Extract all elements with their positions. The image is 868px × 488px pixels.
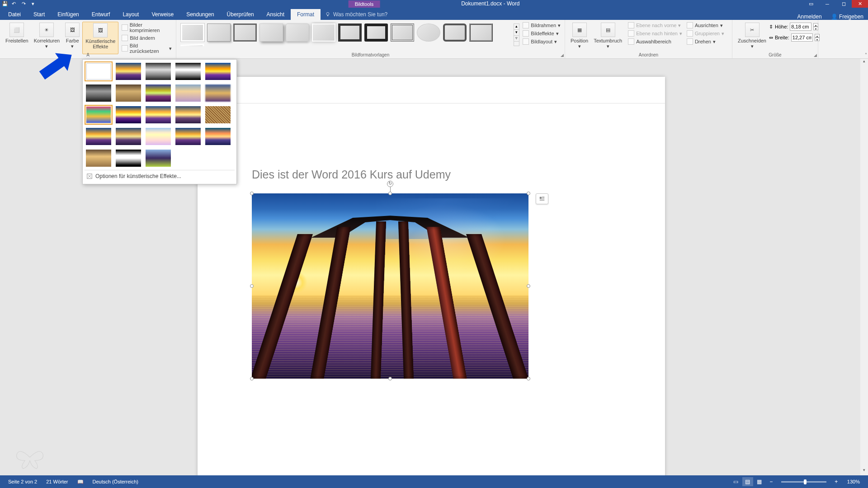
document-page[interactable]: Dies ist der Word 2016 Kurs auf Udemy: [198, 77, 665, 475]
zoom-level[interactable]: 130%: [843, 479, 864, 484]
layout-options-button[interactable]: [536, 193, 548, 204]
width-down-icon[interactable]: ▾: [815, 38, 820, 41]
height-input[interactable]: [790, 23, 811, 31]
read-mode-icon[interactable]: ▭: [731, 477, 741, 486]
effect-2[interactable]: [114, 61, 142, 81]
picture-style-13[interactable]: [180, 44, 204, 46]
language-indicator[interactable]: Deutsch (Österreich): [88, 479, 143, 484]
qat-customize-icon[interactable]: ▾: [32, 1, 38, 7]
resize-handle-mr[interactable]: [527, 284, 530, 288]
tab-datei[interactable]: Datei: [2, 9, 27, 20]
tab-verweise[interactable]: Verweise: [145, 9, 180, 20]
resize-handle-tl[interactable]: [250, 192, 254, 195]
tab-layout[interactable]: Layout: [116, 9, 145, 20]
zoom-out-icon[interactable]: −: [766, 477, 777, 486]
resize-handle-tm[interactable]: [388, 192, 392, 195]
tab-sendungen[interactable]: Sendungen: [180, 9, 220, 20]
height-down-icon[interactable]: ▾: [813, 27, 818, 30]
print-layout-icon[interactable]: ▤: [742, 477, 753, 486]
effect-11[interactable]: [85, 105, 113, 125]
effect-13[interactable]: [144, 105, 172, 125]
freigeben-link[interactable]: 👤 Freigeben: [831, 14, 863, 20]
tab-start[interactable]: Start: [27, 9, 51, 20]
effect-7[interactable]: [114, 83, 142, 103]
artistic-effects-options[interactable]: Optionen für künstlerische Effekte...: [85, 170, 235, 182]
bildeffekte-button[interactable]: Bildeffekte ▾: [521, 30, 562, 37]
spellcheck-icon[interactable]: 📖: [73, 479, 88, 485]
effect-17[interactable]: [114, 127, 142, 146]
tab-einfugen[interactable]: Einfügen: [51, 9, 85, 20]
anmelden-link[interactable]: Anmelden: [797, 14, 822, 20]
bildformat-launcher-icon[interactable]: ◢: [561, 53, 564, 57]
zoom-in-icon[interactable]: +: [831, 477, 842, 486]
ribbon-display-icon[interactable]: ▭: [803, 0, 819, 8]
collapse-ribbon-icon[interactable]: ˄: [865, 52, 867, 57]
selected-image[interactable]: [252, 193, 528, 379]
bilder-komprimieren-button[interactable]: Bilder komprimieren: [120, 22, 173, 33]
picture-style-6[interactable]: [312, 23, 335, 42]
picture-style-8[interactable]: [364, 23, 388, 42]
effect-6[interactable]: [85, 83, 113, 103]
resize-handle-ml[interactable]: [250, 284, 254, 288]
rotation-handle[interactable]: [387, 181, 393, 187]
picture-style-3[interactable]: [233, 23, 257, 42]
save-icon[interactable]: 💾: [2, 1, 8, 7]
effect-9[interactable]: [174, 83, 202, 103]
korrekturen-button[interactable]: ☀ Korrekturen▾: [31, 22, 62, 54]
bildrahmen-button[interactable]: Bildrahmen ▾: [521, 22, 562, 29]
effect-14[interactable]: [174, 105, 202, 125]
effect-22[interactable]: [114, 148, 142, 168]
resize-handle-tr[interactable]: [527, 192, 530, 195]
ausrichten-button[interactable]: Ausrichten ▾: [685, 22, 726, 29]
document-heading[interactable]: Dies ist der Word 2016 Kurs auf Udemy: [252, 168, 451, 181]
close-icon[interactable]: ✕: [852, 0, 868, 8]
textumbruch-button[interactable]: ▤ Textumbruch▾: [591, 22, 625, 50]
resize-handle-bl[interactable]: [250, 377, 254, 380]
bildlayout-button[interactable]: Bildlayout ▾: [521, 38, 562, 45]
minimize-icon[interactable]: ─: [819, 0, 835, 8]
effect-16[interactable]: [85, 127, 113, 146]
page-indicator[interactable]: Seite 2 von 2: [4, 479, 42, 484]
word-count[interactable]: 21 Wörter: [42, 479, 72, 484]
picture-style-1[interactable]: [181, 23, 204, 42]
picture-style-7[interactable]: [338, 23, 362, 42]
effect-23[interactable]: [144, 148, 172, 168]
effect-10[interactable]: [204, 83, 232, 103]
position-button[interactable]: ▦ Position▾: [568, 22, 591, 50]
scroll-down-icon[interactable]: ▾: [860, 468, 868, 475]
web-layout-icon[interactable]: ▦: [754, 477, 765, 486]
picture-style-10[interactable]: [417, 23, 440, 42]
effect-4[interactable]: [174, 61, 202, 81]
tab-format[interactable]: Format: [291, 9, 321, 20]
width-input[interactable]: [791, 33, 813, 42]
kunstlerische-effekte-button[interactable]: 🖼 Künstlerische Effekte: [82, 22, 118, 54]
vertical-scrollbar[interactable]: ▴ ▾: [860, 59, 868, 475]
width-up-icon[interactable]: ▴: [815, 34, 820, 38]
effect-none[interactable]: [85, 61, 113, 81]
picture-style-11[interactable]: [443, 23, 467, 42]
gallery-expand[interactable]: ▴▾▿: [514, 23, 520, 46]
bild-andern-button[interactable]: Bild ändern: [120, 34, 173, 42]
effect-12[interactable]: [114, 105, 142, 125]
tell-me-search[interactable]: Was möchten Sie tun?: [321, 9, 392, 20]
picture-style-12[interactable]: [469, 23, 493, 42]
picture-style-5[interactable]: [286, 23, 309, 42]
zoom-slider[interactable]: [781, 481, 826, 483]
pier-image[interactable]: [252, 193, 528, 379]
effect-19[interactable]: [174, 127, 202, 146]
effect-8[interactable]: [144, 83, 172, 103]
effect-15[interactable]: [204, 105, 232, 125]
redo-icon[interactable]: ↷: [22, 1, 28, 7]
effect-3[interactable]: [144, 61, 172, 81]
zuschneiden-button[interactable]: ✂ Zuschneiden▾: [735, 22, 769, 50]
scroll-up-icon[interactable]: ▴: [860, 59, 868, 66]
drehen-button[interactable]: Drehen ▾: [685, 38, 726, 45]
effect-21[interactable]: [85, 148, 113, 168]
resize-handle-bm[interactable]: [388, 377, 392, 380]
tab-ansicht[interactable]: Ansicht: [260, 9, 291, 20]
tab-uberprufen[interactable]: Überprüfen: [221, 9, 260, 20]
picture-style-9[interactable]: [391, 23, 414, 42]
tab-entwurf[interactable]: Entwurf: [85, 9, 117, 20]
maximize-icon[interactable]: ◻: [835, 0, 852, 8]
picture-style-4[interactable]: [259, 23, 283, 42]
